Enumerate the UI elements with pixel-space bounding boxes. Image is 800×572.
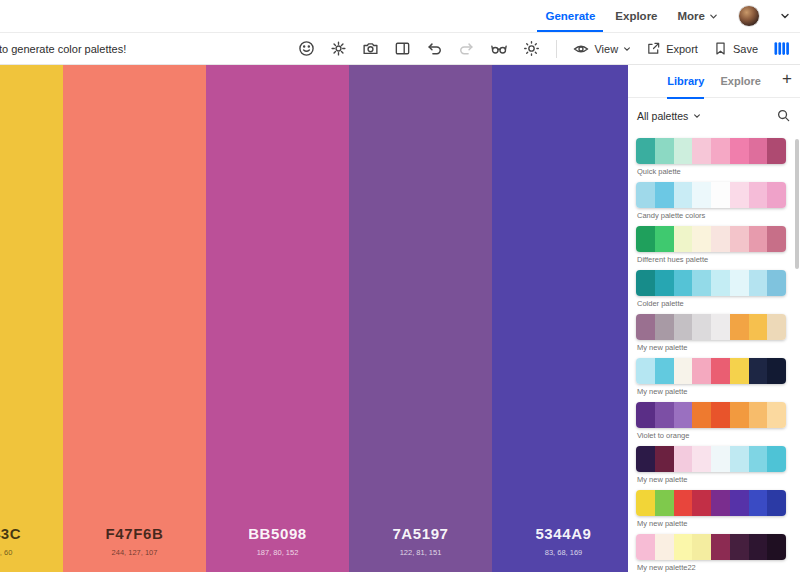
export-button[interactable]: Export xyxy=(644,39,700,58)
palette-name: My new palette xyxy=(636,516,786,530)
palette-swatch xyxy=(711,490,730,516)
palette-swatch xyxy=(730,490,749,516)
palette-swatch-strip xyxy=(636,446,786,472)
nav-explore[interactable]: Explore xyxy=(615,0,657,32)
palette-swatch-strip xyxy=(636,402,786,428)
palette-filter-dropdown[interactable]: All palettes xyxy=(637,110,701,122)
palette-swatch xyxy=(674,490,693,516)
view-button[interactable]: View xyxy=(571,39,633,59)
palette-swatch xyxy=(692,490,711,516)
palette-swatch-strip xyxy=(636,226,786,252)
palette-swatch xyxy=(730,446,749,472)
palette-swatch xyxy=(767,490,786,516)
toolbar-hint: to generate color palettes! xyxy=(0,43,296,55)
save-button[interactable]: Save xyxy=(711,39,760,58)
save-label: Save xyxy=(733,43,758,55)
color-column[interactable]: F0C43C240, 196, 60 xyxy=(0,65,63,572)
palette-card[interactable]: Different hues palette xyxy=(636,226,786,266)
color-hex-label[interactable]: 5344A9 xyxy=(492,525,628,542)
palette-swatch xyxy=(767,226,786,252)
palette-name: My new palette xyxy=(636,384,786,398)
palette-swatch xyxy=(749,226,768,252)
palette-swatch xyxy=(711,314,730,340)
camera-icon[interactable] xyxy=(360,38,381,59)
palette-swatch xyxy=(636,226,655,252)
palette-swatch xyxy=(636,446,655,472)
toolbar-divider xyxy=(556,40,557,58)
color-hex-label[interactable]: F47F6B xyxy=(63,525,206,542)
palette-swatch xyxy=(767,270,786,296)
color-hex-label[interactable]: 7A5197 xyxy=(349,525,492,542)
palette-card[interactable]: My new palette22 xyxy=(636,534,786,572)
palette-swatch xyxy=(636,270,655,296)
palette-name: Different hues palette xyxy=(636,252,786,266)
tab-library[interactable]: Library xyxy=(667,65,704,98)
color-rgb-label: 122, 81, 151 xyxy=(349,548,492,557)
palette-swatch xyxy=(711,226,730,252)
palette-card[interactable]: Candy palette colors xyxy=(636,182,786,222)
palette-card[interactable]: Violet to orange xyxy=(636,402,786,442)
palette-swatch xyxy=(655,314,674,340)
palette-swatch xyxy=(692,534,711,560)
palette-swatch xyxy=(655,138,674,164)
sun-icon[interactable] xyxy=(521,38,542,59)
color-column[interactable]: 7A5197122, 81, 151 xyxy=(349,65,492,572)
color-column[interactable]: F47F6B244, 127, 107 xyxy=(63,65,206,572)
palette-card[interactable]: Colder palette xyxy=(636,270,786,310)
palette-swatch xyxy=(692,402,711,428)
search-icon[interactable] xyxy=(776,108,791,123)
palette-swatch xyxy=(767,314,786,340)
nav-more[interactable]: More xyxy=(678,0,718,32)
palette-swatch xyxy=(767,534,786,560)
palette-swatch xyxy=(711,402,730,428)
nav-generate[interactable]: Generate xyxy=(545,0,595,32)
account-chevron-icon[interactable] xyxy=(780,11,790,21)
color-hex-label[interactable]: F0C43C xyxy=(0,525,63,542)
palette-swatch xyxy=(749,490,768,516)
avatar[interactable] xyxy=(738,5,760,27)
palette-swatch xyxy=(692,270,711,296)
redo-icon[interactable] xyxy=(456,38,477,59)
palette-swatch xyxy=(636,314,655,340)
palette-swatch xyxy=(711,270,730,296)
tab-explore[interactable]: Explore xyxy=(720,65,760,98)
add-palette-button[interactable]: + xyxy=(782,69,792,89)
columns-view-icon[interactable] xyxy=(771,38,792,59)
undo-icon[interactable] xyxy=(424,38,445,59)
palette-card[interactable]: My new palette xyxy=(636,314,786,354)
canvas-icon[interactable] xyxy=(392,38,413,59)
chevron-down-icon xyxy=(709,12,718,21)
scrollbar[interactable] xyxy=(795,139,799,269)
palette-swatch xyxy=(655,402,674,428)
palette-swatch xyxy=(749,358,768,384)
palette-swatch xyxy=(711,138,730,164)
glasses-icon[interactable] xyxy=(488,38,510,59)
color-hex-label[interactable]: BB5098 xyxy=(206,525,349,542)
palette-swatch-strip xyxy=(636,138,786,164)
export-icon xyxy=(646,41,661,56)
palette-swatch xyxy=(692,358,711,384)
palette-card[interactable]: Quick palette xyxy=(636,138,786,178)
palette-swatch xyxy=(674,270,693,296)
color-column[interactable]: 5344A983, 68, 169 xyxy=(492,65,628,572)
toolbar: to generate color palettes! xyxy=(0,32,800,65)
palette-swatch xyxy=(674,138,693,164)
palette-swatch xyxy=(655,182,674,208)
palette-swatch xyxy=(730,402,749,428)
chevron-down-icon xyxy=(693,112,701,120)
palette-swatch xyxy=(730,358,749,384)
color-column[interactable]: BB5098187, 80, 152 xyxy=(206,65,349,572)
palette-swatch xyxy=(730,314,749,340)
palette-swatch xyxy=(711,358,730,384)
color-rgb-label: 187, 80, 152 xyxy=(206,548,349,557)
palette-swatch xyxy=(767,358,786,384)
palette-swatch xyxy=(655,534,674,560)
palette-card[interactable]: My new palette xyxy=(636,446,786,486)
palette-card[interactable]: My new palette xyxy=(636,358,786,398)
face-icon[interactable] xyxy=(296,38,317,59)
palette-card[interactable]: My new palette xyxy=(636,490,786,530)
palette-swatch xyxy=(749,534,768,560)
palette-swatch xyxy=(655,226,674,252)
palette-filter-value: All palettes xyxy=(637,110,688,122)
gear-icon[interactable] xyxy=(328,38,349,59)
